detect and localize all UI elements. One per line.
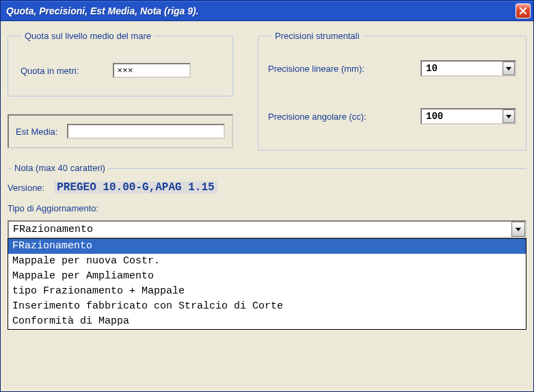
dropdown-option[interactable]: Mappale per Ampliamento: [8, 269, 526, 284]
right-column: Precisioni strumentali Precisione linear…: [258, 31, 526, 151]
dialog-content: Quota sul livello medio del mare Quota i…: [1, 21, 533, 245]
dropdown-option[interactable]: Conformità di Mappa: [8, 314, 526, 329]
dropdown-option[interactable]: Inserimento fabbricato con Stralcio di C…: [8, 299, 526, 314]
precisioni-group: Precisioni strumentali Precisione linear…: [258, 31, 526, 151]
precisione-lineare-row: Precisione lineare (mm): 10: [268, 56, 516, 81]
quota-row: Quota in metri:: [18, 56, 223, 82]
quota-label: Quota in metri:: [21, 66, 79, 76]
precisioni-legend: Precisioni strumentali: [272, 31, 362, 41]
dropdown-option[interactable]: FRazionamento: [8, 239, 526, 254]
titlebar: Quota, Precisioni, Est Media, Nota (riga…: [1, 1, 533, 21]
window-title: Quota, Precisioni, Est Media, Nota (riga…: [6, 5, 199, 16]
est-media-group: Est Media:: [8, 114, 233, 148]
est-media-label: Est Media:: [16, 127, 57, 137]
est-media-input[interactable]: [67, 124, 225, 139]
tipo-aggiornamento-value: FRazionamento: [8, 220, 526, 238]
quota-legend: Quota sul livello medio del mare: [22, 31, 154, 41]
nota-area: Nota (max 40 caratteri) Versione: PREGEO…: [8, 168, 526, 238]
precisione-angolare-label: Precisione angolare (cc):: [268, 112, 366, 122]
quota-input[interactable]: [113, 63, 191, 78]
nota-group: Nota (max 40 caratteri) Versione: PREGEO…: [8, 168, 526, 238]
precisione-lineare-value: 10: [420, 60, 516, 77]
precisione-angolare-value: 100: [420, 108, 516, 125]
versione-value: PREGEO 10.00-G,APAG 1.15: [54, 181, 217, 194]
dropdown-option[interactable]: Mappale per nuova Costr.: [8, 254, 526, 269]
close-icon: [519, 7, 527, 15]
dropdown-option[interactable]: tipo Frazionamento + Mappale: [8, 284, 526, 299]
versione-row: Versione: PREGEO 10.00-G,APAG 1.15: [8, 181, 526, 194]
quota-group: Quota sul livello medio del mare Quota i…: [8, 31, 233, 96]
versione-label: Versione:: [8, 183, 44, 193]
tipo-aggiornamento-label: Tipo di Aggiornamento:: [8, 203, 526, 213]
precisione-angolare-select[interactable]: 100: [420, 108, 516, 125]
precisione-lineare-select[interactable]: 10: [420, 60, 516, 77]
tipo-aggiornamento-combo[interactable]: FRazionamento FRazionamento Mappale per …: [8, 220, 526, 238]
close-button[interactable]: [516, 3, 531, 18]
precisione-angolare-row: Precisione angolare (cc): 100: [268, 104, 516, 129]
top-row: Quota sul livello medio del mare Quota i…: [8, 31, 526, 151]
tipo-aggiornamento-dropdown: FRazionamento Mappale per nuova Costr. M…: [8, 238, 526, 330]
left-column: Quota sul livello medio del mare Quota i…: [8, 31, 233, 151]
precisione-lineare-label: Precisione lineare (mm):: [268, 64, 364, 74]
dialog-window: Quota, Precisioni, Est Media, Nota (riga…: [0, 0, 534, 392]
nota-legend: Nota (max 40 caratteri): [12, 163, 108, 173]
